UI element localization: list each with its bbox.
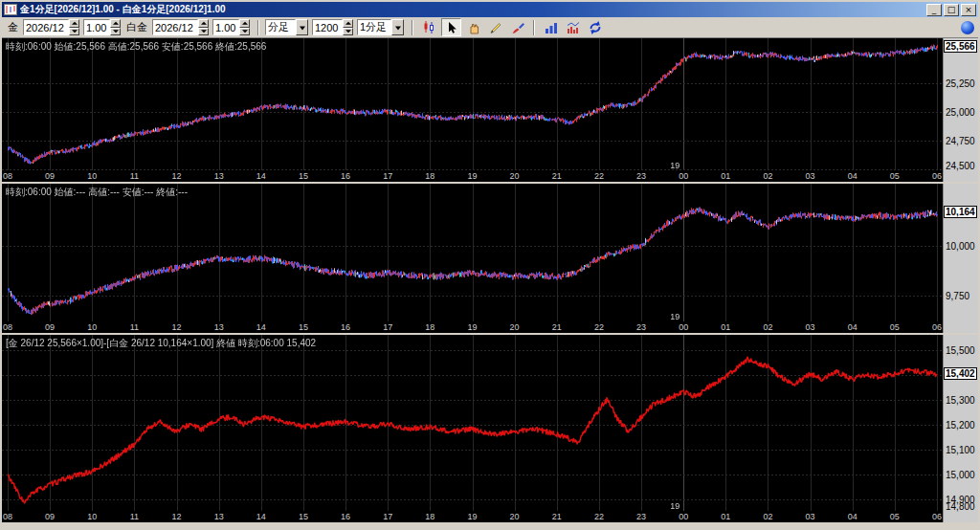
gold-chart-canvas[interactable] [2, 38, 943, 170]
hour-label: 10 [84, 171, 100, 182]
gold-multiplier-input[interactable] [83, 19, 110, 35]
platinum-multiplier-input[interactable] [212, 19, 239, 35]
hour-label: 19 [465, 171, 480, 182]
bar-count-spinner [343, 19, 353, 35]
platinum-multiplier-spinner [239, 19, 250, 35]
y-axis-label: 9,750 [946, 291, 969, 301]
pointer-icon [445, 21, 458, 34]
hour-label: 20 [507, 322, 523, 333]
oscillator-chart-button[interactable] [563, 18, 583, 36]
current-price-label: 25,566 [944, 40, 977, 53]
spin-down-button[interactable] [69, 28, 79, 36]
hour-label: 18 [422, 171, 437, 182]
date-label: 19 [670, 501, 679, 511]
gold-price-axis: 25,25025,00024,75024,50025,566 [943, 38, 978, 182]
date-label: 19 [670, 312, 679, 321]
gold-plot-area: 時刻:06:00 始値:25,566 高値:25,566 安値:25,566 終… [2, 38, 943, 182]
spin-up-button[interactable] [110, 19, 121, 28]
platinum-contract-input[interactable] [152, 19, 198, 35]
close-button[interactable]: × [961, 4, 976, 16]
hour-label: 05 [887, 322, 902, 333]
hour-label: 05 [887, 512, 902, 522]
current-price-label: 15,402 [944, 367, 977, 380]
gold-contract-input[interactable] [23, 19, 69, 35]
spread-plot-area: [金 26/12 25,566×1.00]-[白金 26/12 10,164×1… [2, 335, 943, 522]
hour-label: 16 [338, 171, 353, 182]
hour-label: 20 [507, 171, 523, 182]
spread-chart-canvas[interactable] [2, 335, 943, 511]
hour-label: 03 [803, 171, 818, 182]
hour-label: 02 [760, 322, 775, 333]
hour-label: 00 [676, 322, 691, 333]
window-title: 金1分足[2026/12]1.00 - 白金1分足[2026/12]1.00 [20, 3, 226, 16]
y-axis-label: 25,000 [946, 107, 975, 118]
hour-label: 17 [380, 322, 395, 333]
spin-up-button[interactable] [198, 19, 209, 28]
hour-label: 04 [845, 322, 860, 333]
spin-down-button[interactable] [110, 28, 121, 36]
candle-style-button[interactable] [419, 18, 439, 36]
bar-type-input[interactable] [265, 19, 296, 35]
bar-count-field [312, 19, 353, 35]
interval-field [357, 19, 404, 35]
toolbar-separator [412, 20, 413, 35]
hour-label: 16 [338, 322, 353, 333]
spread-formula-readout: [金 26/12 25,566×1.00]-[白金 26/12 10,164×1… [6, 337, 316, 350]
spin-up-button[interactable] [343, 19, 353, 28]
chart-stack: 時刻:06:00 始値:25,566 高値:25,566 安値:25,566 終… [2, 38, 978, 522]
pointer-tool-button[interactable] [441, 18, 461, 36]
bar-type-dropdown-button[interactable] [296, 19, 308, 35]
window-chart-icon [4, 4, 17, 15]
pencil-icon [489, 21, 502, 34]
hour-label: 18 [422, 512, 437, 522]
hour-label: 15 [296, 171, 311, 182]
spin-up-button[interactable] [69, 19, 79, 28]
spin-down-button[interactable] [343, 28, 353, 36]
interval-input[interactable] [357, 19, 391, 35]
current-price-label: 10,164 [944, 206, 977, 218]
y-axis-label: 24,500 [946, 161, 975, 171]
pencil-tool-button[interactable] [485, 18, 505, 36]
hour-label: 12 [169, 322, 185, 333]
hour-label: 00 [676, 171, 691, 182]
hour-label: 08 [2, 322, 15, 333]
hour-label: 23 [634, 171, 649, 182]
hour-label: 00 [676, 512, 691, 522]
bar-count-input[interactable] [312, 19, 343, 35]
gold-time-axis: 0809101112131415161718192021222300010203… [2, 170, 943, 182]
spin-up-button[interactable] [239, 19, 250, 28]
hour-label: 06 [929, 171, 943, 182]
bar-chart-icon [545, 21, 558, 34]
hour-label: 04 [845, 512, 860, 522]
hour-label: 03 [803, 512, 818, 522]
maximize-button[interactable]: □ [944, 4, 959, 16]
app-window: 金1分足[2026/12]1.00 - 白金1分足[2026/12]1.00 _… [0, 0, 980, 530]
candle-style-icon [422, 20, 437, 34]
hour-label: 18 [422, 322, 437, 333]
hour-label: 21 [549, 171, 565, 182]
spread-time-axis: 0809101112131415161718192021222300010203… [2, 511, 943, 522]
hour-label: 16 [338, 512, 353, 522]
hand-tool-button[interactable] [463, 18, 483, 36]
spin-down-button[interactable] [239, 28, 250, 36]
oscillator-chart-icon [567, 21, 580, 34]
platinum-chart-canvas[interactable] [2, 184, 943, 321]
hour-label: 14 [254, 171, 269, 182]
hour-label: 14 [254, 512, 269, 522]
spin-down-button[interactable] [198, 28, 209, 36]
hour-label: 17 [380, 512, 395, 522]
bar-chart-button[interactable] [541, 18, 561, 36]
y-axis-label: 24,750 [946, 136, 975, 146]
hour-label: 23 [634, 322, 649, 333]
hour-label: 04 [845, 171, 860, 182]
hour-label: 21 [549, 322, 565, 333]
refresh-button[interactable] [585, 18, 605, 36]
minimize-button[interactable]: _ [926, 4, 942, 16]
gold-contract-spinner [69, 19, 79, 35]
platinum-time-axis: 0809101112131415161718192021222300010203… [2, 321, 943, 333]
toolbar-separator [257, 20, 259, 35]
interval-dropdown-button[interactable] [391, 19, 404, 35]
gold-label: 金 [8, 20, 18, 34]
app-orb-icon[interactable] [961, 21, 974, 34]
brush-tool-button[interactable] [507, 18, 527, 36]
